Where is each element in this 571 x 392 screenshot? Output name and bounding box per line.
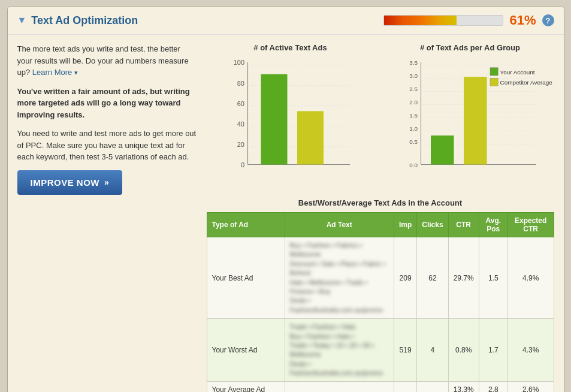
row3-expected-ctr: 2.6% <box>507 382 554 392</box>
col-type-of-ad: Type of Ad <box>207 213 285 237</box>
chart2-bar-competitor <box>464 77 487 164</box>
header-left: ▼ Text Ad Optimization <box>17 14 138 27</box>
svg-text:0.0: 0.0 <box>409 162 418 168</box>
row2-expected-ctr: 4.3% <box>507 319 554 382</box>
row1-expected-ctr: 4.9% <box>507 237 554 319</box>
chart1-svg: 100 80 60 40 20 0 <box>207 56 374 188</box>
chart2-title: # of Text Ads per Ad Group <box>420 43 520 52</box>
col-imp: Imp <box>394 213 416 237</box>
row1-type: Your Best Ad <box>207 237 285 319</box>
header-right: 61% ? <box>383 13 554 28</box>
svg-text:0: 0 <box>240 161 244 168</box>
row2-ad-text: Trade • Fashion • HatsBuy • Fashion • Ha… <box>285 319 394 382</box>
svg-text:100: 100 <box>233 59 244 66</box>
chart1-bar-competitor <box>297 111 324 164</box>
row2-avg-pos: 1.7 <box>479 319 507 382</box>
row2-ad-text-blurred: Trade • Fashion • HatsBuy • Fashion • Ha… <box>290 322 389 378</box>
svg-text:3.0: 3.0 <box>409 73 418 79</box>
table-section: Best/Worst/Average Text Ads in the Accou… <box>207 198 554 392</box>
svg-text:1.5: 1.5 <box>409 112 418 119</box>
description-2: You need to write and test more ads to g… <box>17 128 197 163</box>
page-title: Text Ad Optimization <box>31 14 138 27</box>
svg-text:Competitor Average: Competitor Average <box>500 79 552 86</box>
table-row: Your Worst Ad Trade • Fashion • HatsBuy … <box>207 319 554 382</box>
left-panel: The more text ads you write and test, th… <box>17 43 197 392</box>
main-card: ▼ Text Ad Optimization 61% ? The more te… <box>7 6 564 392</box>
col-expected-ctr: Expected CTR <box>507 213 554 237</box>
col-avg-pos: Avg. Pos <box>479 213 507 237</box>
right-panel: # of Active Text Ads 100 80 60 40 <box>207 43 554 392</box>
table-title: Best/Worst/Average Text Ads in the Accou… <box>207 198 554 207</box>
row2-clicks: 4 <box>417 319 448 382</box>
svg-text:20: 20 <box>237 141 244 148</box>
svg-text:1.0: 1.0 <box>409 125 418 132</box>
row3-imp <box>394 382 416 392</box>
table-row: Your Best Ad Buy • Fashion • Fabrics • M… <box>207 237 554 319</box>
row2-type: Your Worst Ad <box>207 319 285 382</box>
row1-clicks: 62 <box>417 237 448 319</box>
learn-more-arrow-icon: ▾ <box>74 69 78 76</box>
intro-text: The more text ads you write and test, th… <box>17 43 197 79</box>
chart1-bar-your-account <box>261 74 287 165</box>
svg-text:Your Account: Your Account <box>500 69 534 76</box>
svg-text:2.5: 2.5 <box>409 86 418 92</box>
svg-text:2.0: 2.0 <box>409 99 418 105</box>
bold-description-1: You've written a fair amount of ads, but… <box>17 86 197 121</box>
row3-avg-pos: 2.8 <box>479 382 507 392</box>
svg-rect-32 <box>490 78 498 86</box>
col-ad-text: Ad Text <box>285 213 394 237</box>
row1-ad-text-blurred: Buy • Fashion • Fabrics • MelbourneDisco… <box>290 241 389 315</box>
row3-ad-text <box>285 382 394 392</box>
chevrons-icon: » <box>104 177 109 187</box>
chart2-container: # of Text Ads per Ad Group 3.5 3.0 2.5 2… <box>386 43 554 188</box>
svg-text:40: 40 <box>237 120 244 128</box>
row1-imp: 209 <box>394 237 416 319</box>
charts-row: # of Active Text Ads 100 80 60 40 <box>207 43 554 188</box>
row1-avg-pos: 1.5 <box>479 237 507 319</box>
chart1-title: # of Active Text Ads <box>253 43 327 52</box>
table-row: Your Average Ad 13.3% 2.8 2.6% <box>207 382 554 392</box>
row3-clicks <box>417 382 448 392</box>
chart2-bar-your-account <box>431 135 454 164</box>
svg-text:60: 60 <box>237 100 244 107</box>
row2-ctr: 0.8% <box>448 319 479 382</box>
chart2-svg: 3.5 3.0 2.5 2.0 1.5 1.0 0.5 0.0 <box>386 56 554 188</box>
svg-text:3.5: 3.5 <box>409 59 418 66</box>
chart1-area: 100 80 60 40 20 0 <box>207 56 374 188</box>
col-ctr: CTR <box>448 213 479 237</box>
row1-ctr: 29.7% <box>448 237 479 319</box>
chart2-area: 3.5 3.0 2.5 2.0 1.5 1.0 0.5 0.0 <box>386 56 554 188</box>
learn-more-link[interactable]: Learn More ▾ <box>32 68 78 77</box>
card-header: ▼ Text Ad Optimization 61% ? <box>8 7 564 35</box>
progress-percent: 61% <box>509 13 536 28</box>
improve-now-label: IMPROVE NOW <box>31 177 100 188</box>
help-icon[interactable]: ? <box>542 14 554 26</box>
svg-rect-30 <box>490 68 498 76</box>
svg-text:0.5: 0.5 <box>409 138 418 145</box>
improve-now-button[interactable]: IMPROVE NOW » <box>17 170 123 195</box>
data-table: Type of Ad Ad Text Imp Clicks CTR Avg. P… <box>207 212 554 392</box>
collapse-icon[interactable]: ▼ <box>17 15 27 26</box>
progress-bar-container <box>383 15 503 26</box>
progress-bar-fill <box>384 16 457 25</box>
col-clicks: Clicks <box>417 213 448 237</box>
svg-text:80: 80 <box>237 80 244 87</box>
row2-imp: 519 <box>394 319 416 382</box>
row1-ad-text: Buy • Fashion • Fabrics • MelbourneDisco… <box>285 237 394 319</box>
row3-type: Your Average Ad <box>207 382 285 392</box>
chart1-container: # of Active Text Ads 100 80 60 40 <box>207 43 374 188</box>
row3-ctr: 13.3% <box>448 382 479 392</box>
table-header-row: Type of Ad Ad Text Imp Clicks CTR Avg. P… <box>207 213 554 237</box>
content-area: The more text ads you write and test, th… <box>8 35 564 392</box>
